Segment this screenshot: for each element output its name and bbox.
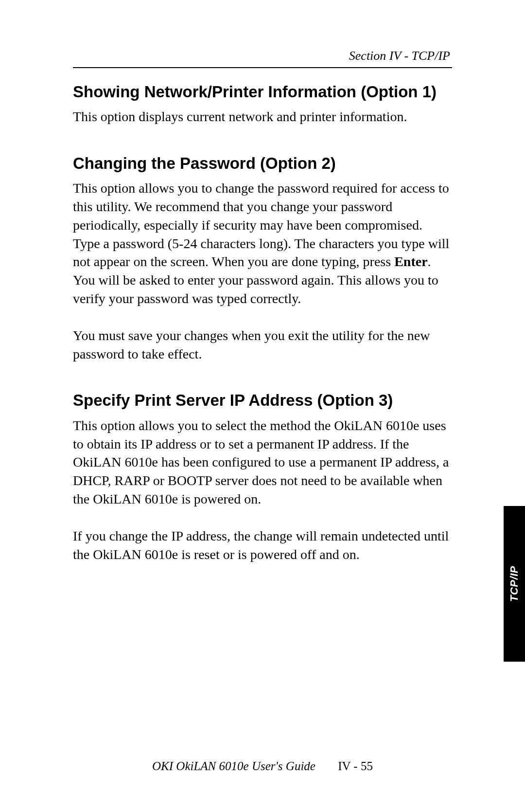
footer-page-number: IV - 55 xyxy=(338,759,373,773)
heading-option-2: Changing the Password (Option 2) xyxy=(73,153,452,173)
document-page: Section IV - TCP/IP Showing Network/Prin… xyxy=(0,0,525,812)
enter-key-label: Enter xyxy=(394,254,427,269)
heading-option-3: Specify Print Server IP Address (Option … xyxy=(73,390,452,410)
paragraph-option-3-a: This option allows you to select the met… xyxy=(73,416,452,508)
section-header: Section IV - TCP/IP xyxy=(73,49,452,63)
paragraph-option-1: This option displays current network and… xyxy=(73,108,452,126)
heading-option-1: Showing Network/Printer Information (Opt… xyxy=(73,82,452,102)
text-fragment: This option allows you to change the pas… xyxy=(73,180,449,269)
paragraph-option-2-b: You must save your changes when you exit… xyxy=(73,326,452,363)
paragraph-option-2-a: This option allows you to change the pas… xyxy=(73,179,452,308)
side-tab-label: TCP/IP xyxy=(508,566,521,602)
page-footer: OKI OkiLAN 6010e User's Guide IV - 55 xyxy=(0,759,525,773)
footer-guide-title: OKI OkiLAN 6010e User's Guide xyxy=(152,759,315,773)
side-tab: TCP/IP xyxy=(504,506,525,662)
paragraph-option-3-b: If you change the IP address, the change… xyxy=(73,527,452,564)
header-rule xyxy=(73,67,452,68)
